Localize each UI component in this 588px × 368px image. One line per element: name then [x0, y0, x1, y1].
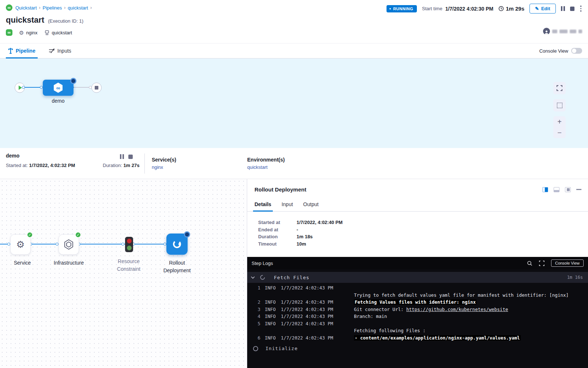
console-view-toggle-wrap: Console View	[539, 43, 582, 58]
edge-dot	[56, 243, 59, 246]
green-light-icon	[127, 246, 132, 250]
minimize-panel-icon[interactable]	[576, 189, 581, 190]
log-section-fetch-files[interactable]: Fetch Files 1m 16s	[247, 272, 588, 283]
hexagon-icon	[63, 239, 74, 250]
log-line: 3INFO1/7/2022 4:02:43 PMGit connector Ur…	[251, 306, 588, 313]
services-label: Service(s)	[152, 157, 176, 163]
end-node[interactable]	[91, 83, 102, 93]
step-node-resource-constraint[interactable]	[125, 237, 133, 252]
gear-icon: ⚙	[19, 30, 24, 35]
step-details-panel: Rollout Deployment Details Input Output …	[247, 179, 588, 368]
git-connector-link[interactable]: https://github.com/kubernetes/website	[406, 307, 508, 312]
log-section-name: Fetch Files	[274, 275, 309, 280]
detail-row: Duration1m 18s	[258, 233, 581, 240]
start-time-value: 1/7/2022 4:02:30 PM	[445, 6, 494, 12]
tab-input[interactable]: Input	[282, 201, 293, 211]
expand-logs-icon[interactable]	[539, 261, 544, 266]
elapsed-time: 1m 29s	[498, 5, 524, 12]
selection-mode-button[interactable]	[553, 99, 566, 111]
status-badge: RUNNING	[387, 5, 417, 12]
stop-stage-button[interactable]	[128, 155, 133, 159]
service-tag[interactable]: ⚙ nginx	[19, 30, 38, 35]
avatar[interactable]	[543, 28, 550, 35]
log-line: 1INFO1/7/2022 4:02:43 PM	[251, 284, 588, 292]
edge-dot	[22, 86, 25, 89]
breadcrumb: ∞ Quickstart › Pipelines › quickstart ›	[6, 4, 92, 11]
edge	[31, 244, 59, 244]
breadcrumb-link-pipelines[interactable]: Pipelines	[43, 5, 62, 11]
stop-execution-button[interactable]	[570, 7, 574, 11]
edge	[133, 244, 166, 244]
stage-execution-canvas[interactable]: ⚙ ✓ Service ✓ Infrastructure Resource Co…	[0, 179, 247, 368]
cd-module-icon: ∞	[6, 29, 12, 36]
execution-meta: RUNNING Start time 1/7/2022 4:02:30 PM 1…	[387, 4, 582, 14]
chevron-down-icon	[251, 276, 255, 279]
title-row: quickstart (Execution ID: 1)	[6, 15, 83, 25]
zoom-out-button[interactable]: −	[553, 127, 566, 138]
stage-label: demo	[43, 98, 74, 104]
step-node-infrastructure[interactable]: ✓	[59, 234, 79, 255]
log-section-initialize[interactable]: Initialize	[247, 341, 588, 351]
environment-tag[interactable]: quickstart	[44, 30, 72, 35]
gear-icon: ⚙	[16, 240, 24, 249]
pause-execution-button[interactable]	[561, 6, 565, 11]
page-header: ∞ Quickstart › Pipelines › quickstart › …	[0, 0, 588, 43]
log-line: Fetching following Files :	[251, 327, 588, 334]
tab-inputs[interactable]: Inputs	[46, 43, 74, 58]
start-time-label: Start time	[422, 6, 442, 11]
edge-dot	[7, 243, 10, 246]
step-node-rollout-deployment[interactable]	[166, 234, 188, 255]
tab-details[interactable]: Details	[255, 201, 271, 211]
execution-id: (Execution ID: 1)	[48, 18, 83, 24]
log-line: 5INFO1/7/2022 4:02:43 PM	[251, 320, 588, 327]
environment-link[interactable]: quickstart	[247, 164, 268, 170]
step-node-service[interactable]: ⚙ ✓	[10, 234, 31, 255]
environment-icon	[44, 30, 50, 35]
edge	[79, 244, 125, 244]
search-icon[interactable]	[527, 261, 532, 266]
more-options-button[interactable]	[580, 5, 583, 12]
red-light-icon	[127, 239, 132, 243]
success-check-icon: ✓	[75, 232, 81, 238]
console-view-toggle[interactable]	[571, 48, 582, 54]
breadcrumb-link-pipeline[interactable]: quickstart	[68, 5, 88, 11]
step-label-resource-constraint: Resource Constraint	[105, 258, 152, 273]
stage-node-demo[interactable]: ∞	[43, 80, 74, 96]
marquee-icon	[557, 103, 562, 108]
pause-stage-button[interactable]	[120, 154, 124, 159]
cd-stage-icon: ∞	[53, 82, 64, 93]
view-tabbar: Pipeline Inputs Console View	[0, 43, 588, 58]
layout-bottom-panel-icon[interactable]	[554, 187, 559, 192]
step-logs-panel: Step Logs Console View Fetch Files 1m 16…	[247, 257, 588, 368]
stage-started-at: Started at: 1/7/2022, 4:02:32 PM	[6, 163, 75, 168]
step-detail-rows: Started at1/7/2022, 4:02:40 PM Ended at-…	[247, 212, 588, 247]
tab-pipeline[interactable]: Pipeline	[6, 43, 38, 58]
chevron-right-icon: ›	[64, 5, 65, 10]
fullscreen-button[interactable]	[553, 82, 566, 94]
console-view-button[interactable]: Console View	[551, 259, 584, 267]
chevron-right-icon: ›	[39, 5, 41, 10]
zoom-in-button[interactable]: +	[553, 116, 566, 127]
tab-output[interactable]: Output	[303, 201, 318, 211]
success-check-icon: ✓	[27, 232, 33, 238]
chevron-right-icon: ›	[90, 5, 92, 10]
log-section-duration: 1m 16s	[567, 275, 583, 280]
log-lines: 1INFO1/7/2022 4:02:43 PM Trying to fetch…	[247, 283, 588, 341]
step-logs-title: Step Logs	[252, 261, 273, 266]
detail-row: Timeout10m	[258, 240, 581, 248]
service-link[interactable]: nginx	[152, 164, 163, 170]
step-label-service: Service	[0, 259, 46, 267]
breadcrumb-link-quickstart[interactable]: Quickstart	[15, 5, 37, 11]
layout-split-right-icon[interactable]	[542, 187, 548, 192]
edge-dot	[163, 243, 166, 246]
pipeline-canvas[interactable]: ∞ demo + −	[0, 58, 588, 148]
console-view-label: Console View	[539, 48, 568, 54]
log-line: 2INFO1/7/2022 4:02:43 PMFetching Values …	[251, 299, 588, 306]
environments-label: Environment(s)	[247, 157, 285, 163]
edit-button[interactable]: ✎ Edit	[529, 4, 555, 14]
rollout-icon	[172, 239, 182, 249]
inputs-icon	[49, 48, 55, 54]
layout-right-panel-icon[interactable]	[565, 187, 571, 192]
edge-dot	[121, 243, 124, 246]
log-line: 4INFO1/7/2022 4:02:43 PMBranch: main	[251, 313, 588, 320]
